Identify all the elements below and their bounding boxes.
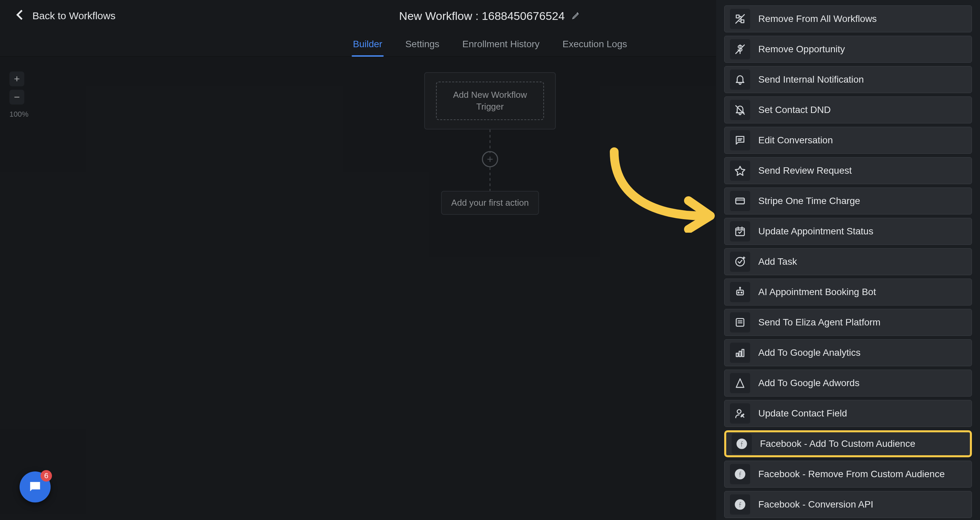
chat-badge: 6: [40, 470, 52, 482]
action-send-to-eliza-agent-platform[interactable]: Send To Eliza Agent Platform: [724, 309, 972, 336]
action-label: Add Task: [758, 256, 797, 267]
actions-side-panel[interactable]: Remove From All WorkflowsRemove Opportun…: [716, 0, 980, 520]
action-ai-appointment-booking-bot[interactable]: AI Appointment Booking Bot: [724, 279, 972, 306]
action-label: Send Review Request: [758, 165, 852, 176]
user-edit-icon: [730, 403, 750, 423]
action-update-contact-field[interactable]: Update Contact Field: [724, 400, 972, 427]
action-label: Update Appointment Status: [758, 226, 873, 237]
star-icon: [730, 160, 750, 181]
flow-remove-icon: [730, 9, 750, 29]
action-label: Facebook - Remove From Custom Audience: [758, 469, 945, 480]
bell-off-icon: [730, 100, 750, 120]
svg-point-19: [741, 292, 742, 293]
action-add-to-google-analytics[interactable]: Add To Google Analytics: [724, 339, 972, 366]
add-node-button[interactable]: +: [482, 151, 498, 167]
svg-rect-26: [739, 351, 741, 357]
zoom-in-button[interactable]: +: [10, 71, 24, 86]
svg-point-21: [740, 287, 741, 289]
task-add-icon: [730, 252, 750, 272]
card-icon: [730, 191, 750, 211]
svg-rect-25: [737, 353, 738, 357]
add-trigger-card[interactable]: Add New Workflow Trigger: [424, 72, 556, 130]
action-label: Remove Opportunity: [758, 44, 845, 55]
action-label: Edit Conversation: [758, 135, 833, 146]
adwords-icon: [730, 373, 750, 393]
calendar-check-icon: [730, 221, 750, 241]
action-label: Update Contact Field: [758, 408, 847, 419]
action-edit-conversation[interactable]: Edit Conversation: [724, 127, 972, 154]
action-label: Stripe One Time Charge: [758, 196, 860, 206]
svg-line-2: [736, 14, 745, 23]
action-send-review-request[interactable]: Send Review Request: [724, 157, 972, 184]
chat-icon: [730, 130, 750, 151]
action-stripe-one-time-charge[interactable]: Stripe One Time Charge: [724, 187, 972, 214]
back-label: Back to Workflows: [32, 10, 115, 22]
add-trigger-label: Add New Workflow Trigger: [441, 89, 539, 113]
svg-rect-8: [736, 198, 745, 204]
action-label: Facebook - Add To Custom Audience: [760, 438, 915, 449]
action-set-contact-dnd[interactable]: Set Contact DND: [724, 97, 972, 124]
page-title: New Workflow : 1688450676524: [399, 10, 565, 22]
tab-enrollment-history[interactable]: Enrollment History: [461, 39, 541, 56]
svg-rect-27: [742, 349, 744, 357]
action-label: Remove From All Workflows: [758, 13, 877, 24]
action-add-to-google-adwords[interactable]: Add To Google Adwords: [724, 369, 972, 396]
action-update-appointment-status[interactable]: Update Appointment Status: [724, 218, 972, 245]
action-label: Set Contact DND: [758, 105, 831, 115]
analytics-icon: [730, 342, 750, 363]
action-send-internal-notification[interactable]: Send Internal Notification: [724, 66, 972, 93]
bell-icon: [730, 70, 750, 90]
tab-builder[interactable]: Builder: [352, 39, 384, 56]
facebook-icon: [730, 464, 750, 484]
money-off-icon: [730, 39, 750, 59]
action-remove-opportunity[interactable]: Remove Opportunity: [724, 36, 972, 63]
add-first-action-button[interactable]: Add your first action: [441, 191, 539, 215]
chevron-left-icon: [13, 8, 27, 24]
action-add-task[interactable]: Add Task: [724, 248, 972, 275]
svg-rect-10: [736, 228, 745, 236]
panel-cutoff-top: [724, 0, 972, 5]
tab-settings[interactable]: Settings: [404, 39, 441, 56]
zoom-controls: + − 100%: [10, 71, 29, 119]
action-label: Add To Google Adwords: [758, 378, 859, 388]
svg-point-18: [738, 292, 739, 293]
zoom-level: 100%: [10, 110, 29, 119]
svg-point-14: [736, 257, 745, 266]
action-label: Send Internal Notification: [758, 74, 864, 85]
action-label: Facebook - Conversion API: [758, 499, 873, 510]
zoom-out-button[interactable]: −: [10, 90, 24, 105]
action-label: Add To Google Analytics: [758, 347, 861, 358]
add-trigger-inner: Add New Workflow Trigger: [436, 82, 544, 120]
action-facebook-remove-from-custom-audience[interactable]: Facebook - Remove From Custom Audience: [724, 461, 972, 488]
back-to-workflows[interactable]: Back to Workflows: [13, 8, 115, 24]
tab-execution-logs[interactable]: Execution Logs: [561, 39, 628, 56]
add-first-action-label: Add your first action: [451, 198, 529, 208]
connector-line: [490, 130, 490, 153]
bot-icon: [730, 282, 750, 302]
action-remove-from-all-workflows[interactable]: Remove From All Workflows: [724, 5, 972, 32]
action-label: AI Appointment Booking Bot: [758, 287, 876, 297]
chat-widget-button[interactable]: 6: [19, 471, 51, 503]
action-facebook-add-to-custom-audience[interactable]: Facebook - Add To Custom Audience: [724, 430, 972, 457]
action-label: Send To Eliza Agent Platform: [758, 317, 880, 328]
svg-point-28: [737, 410, 741, 414]
action-facebook-conversion-api[interactable]: Facebook - Conversion API: [724, 491, 972, 518]
facebook-icon: [730, 495, 750, 515]
facebook-icon: [732, 434, 752, 454]
title-wrap: New Workflow : 1688450676524: [399, 10, 581, 22]
connector-line-2: [490, 167, 490, 191]
send-icon: [730, 312, 750, 333]
edit-title-button[interactable]: [571, 11, 581, 21]
svg-marker-7: [735, 166, 745, 175]
